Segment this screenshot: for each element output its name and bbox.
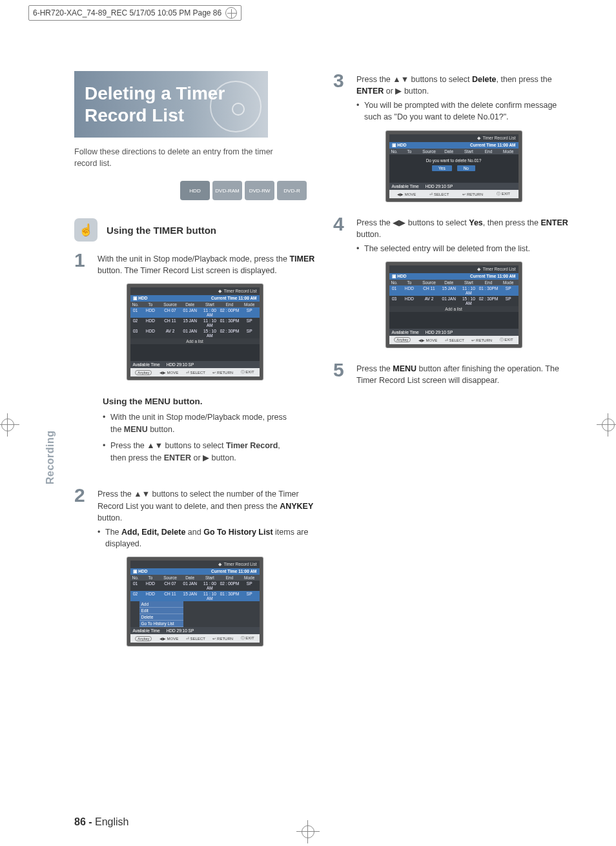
subhead-menu-button: Using the MENU button. [103, 397, 315, 406]
step-4: 4 Press the ◀▶ buttons to select Yes, th… [333, 214, 574, 254]
section-tab-recording: Recording [45, 430, 56, 484]
print-job-header: 6-HR720-XAC_74-89_REC 5/17/05 10:05 PM P… [28, 5, 241, 21]
step-4-text: Press the ◀▶ buttons to select Yes, then… [356, 214, 574, 254]
menu-button-list: •With the unit in Stop mode/Playback mod… [103, 411, 296, 464]
step-2-text: Press the ▲▼ buttons to select the numbe… [98, 486, 315, 550]
section-title-timer: Using the TIMER button [107, 225, 216, 236]
osd-screenshot-2: ◆Timer Record List ▣ HDDCurrent Time 11:… [127, 557, 263, 646]
step-1: 1 With the unit in Stop mode/Playback mo… [74, 251, 315, 276]
registration-mark-right [597, 413, 616, 437]
step-1-text: With the unit in Stop mode/Playback mode… [98, 251, 315, 276]
intro-text: Follow these directions to delete an ent… [74, 147, 287, 169]
step-3-text: Press the ▲▼ buttons to select Delete, t… [356, 71, 574, 123]
step-number-3: 3 [333, 71, 350, 123]
page-number: 86 - [74, 816, 92, 827]
context-menu: AddEditDeleteGo To History List [139, 601, 183, 627]
step-5-text: Press the MENU button after finishing th… [356, 360, 574, 386]
print-job-text: 6-HR720-XAC_74-89_REC 5/17/05 10:05 PM P… [33, 8, 221, 17]
badge-hdd: HDD [180, 181, 210, 200]
right-column: 3 Press the ▲▼ buttons to select Delete,… [333, 71, 574, 659]
osd-screenshot-3: ◆Timer Record List ▣ HDDCurrent Time 11:… [386, 131, 522, 201]
hand-icon: ☝ [74, 218, 98, 242]
registration-mark-left [0, 413, 19, 437]
disc-graphic-icon [210, 81, 262, 132]
osd-screenshot-1: ◆Timer Record List ▣ HDDCurrent Time 11:… [127, 284, 263, 380]
registration-mark-bottom [296, 820, 320, 843]
page-title-card: Deleting a Timer Record List [74, 71, 268, 138]
step-2: 2 Press the ▲▼ buttons to select the num… [74, 486, 315, 550]
page-language: English [95, 816, 128, 827]
media-badges-row: HDD DVD-RAM DVD-RW DVD-R [74, 181, 307, 200]
step-number-2: 2 [74, 486, 91, 550]
page-footer: 86 - English [74, 816, 129, 828]
step-5: 5 Press the MENU button after finishing … [333, 360, 574, 386]
step-3: 3 Press the ▲▼ buttons to select Delete,… [333, 71, 574, 123]
left-column: Deleting a Timer Record List Follow thes… [74, 71, 315, 659]
step-number-4: 4 [333, 214, 350, 254]
osd-screenshot-4: ◆Timer Record List ▣ HDDCurrent Time 11:… [386, 262, 522, 347]
step-number-1: 1 [74, 251, 91, 276]
step-number-5: 5 [333, 360, 350, 386]
badge-dvd-ram: DVD-RAM [212, 181, 242, 200]
badge-dvd-rw: DVD-RW [245, 181, 274, 200]
badge-dvd-r: DVD-R [277, 181, 307, 200]
crop-mark-icon [225, 7, 237, 19]
